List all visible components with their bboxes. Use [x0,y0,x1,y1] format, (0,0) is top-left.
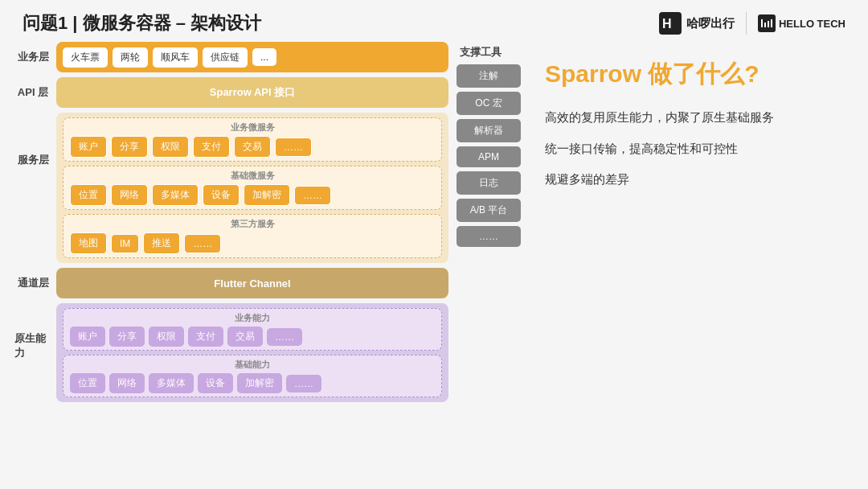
native-layer-content: 业务能力 账户 分享 权限 支付 交易 …… 基础能力 [56,303,448,402]
tool-btn-6[interactable]: …… [457,226,521,247]
svc-third-chip-1: IM [111,234,139,253]
native-base-chips: 位置 网络 多媒体 设备 加解密 …… [70,373,435,393]
nat-base-chip-5: …… [286,375,321,392]
svc-base-chip-4: 加解密 [244,184,290,206]
channel-layer-row: 通道层 Flutter Channel [14,268,448,298]
biz-chip-2: 顺风车 [153,47,198,68]
svg-rect-6 [771,19,772,27]
logo-hello: HELLO TECH [758,14,845,32]
biz-layer-content: 火车票 两轮 顺风车 供应链 ... [56,42,448,72]
tools-panel: 支撑工具 注解 OC 宏 解析器 APM 日志 A/B 平台 …… [457,42,521,481]
biz-chip-3: 供应链 [203,47,248,68]
header: 问题1 | 微服务容器 – 架构设计 H 哈啰出行 HELL [0,0,868,42]
info-panel: Sparrow 做了什么? 高效的复用原生能力，内聚了原生基础服务 统一接口传输… [529,42,854,481]
api-layer-content: Sparrow API 接口 [56,77,448,108]
biz-chip-1: 两轮 [113,47,148,68]
svc-third-chip-0: 地图 [70,232,107,254]
slide: 问题1 | 微服务容器 – 架构设计 H 哈啰出行 HELL [0,0,868,489]
tool-btn-1[interactable]: OC 宏 [457,92,521,115]
biz-chip-0: 火车票 [63,47,108,68]
service-layer-label: 服务层 [14,113,51,167]
nat-biz-chip-1: 分享 [109,327,145,347]
logo-area: H 哈啰出行 HELLO TECH [659,12,845,35]
tool-btn-0[interactable]: 注解 [457,64,521,88]
service-base-chips: 位置 网络 多媒体 设备 加解密 …… [70,184,435,206]
service-layer-row: 服务层 业务微服务 账户 分享 权限 支付 交易 …… [14,113,448,263]
nat-biz-chip-0: 账户 [70,327,105,347]
svg-rect-4 [764,23,766,27]
info-point-0: 高效的复用原生能力，内聚了原生基础服务 [545,109,845,127]
nat-base-chip-1: 网络 [109,373,145,393]
tool-btn-5[interactable]: A/B 平台 [457,199,521,222]
svg-rect-2 [758,14,776,32]
svc-base-chip-1: 网络 [111,184,148,206]
haro-logo-icon: H [659,12,682,35]
page-title: 问题1 | 微服务容器 – 架构设计 [23,11,261,35]
service-biz-box: 业务微服务 账户 分享 权限 支付 交易 …… [63,117,442,162]
native-biz-chips: 账户 分享 权限 支付 交易 …… [70,327,435,347]
nat-biz-chip-4: 交易 [227,327,263,347]
native-biz-title: 业务能力 [70,312,435,324]
service-base-box: 基础微服务 位置 网络 多媒体 设备 加解密 …… [63,166,442,210]
svc-third-chip-3: …… [184,234,221,253]
channel-layer-label: 通道层 [14,268,51,298]
svc-biz-chip-3: 支付 [193,136,230,158]
info-title: Sparrow 做了什么? [545,58,845,91]
channel-layer-content: Flutter Channel [56,268,448,298]
channel-content-text: Flutter Channel [214,277,290,290]
tool-btn-4[interactable]: 日志 [457,171,521,195]
svc-biz-chip-2: 权限 [152,136,189,158]
api-layer-label: API 层 [14,77,51,108]
nat-base-chip-4: 加解密 [237,373,282,393]
svg-rect-5 [768,21,769,27]
svc-base-chip-0: 位置 [70,184,107,206]
service-biz-title: 业务微服务 [70,121,435,134]
native-layer-label: 原生能力 [14,303,51,360]
svc-biz-chip-5: …… [275,138,312,157]
nat-base-chip-3: 设备 [198,373,233,393]
nat-base-chip-2: 多媒体 [149,373,194,393]
main-content: 业务层 火车票 两轮 顺风车 供应链 ... API 层 Sparrow API… [0,42,868,489]
arch-diagram: 业务层 火车票 两轮 顺风车 供应链 ... API 层 Sparrow API… [14,42,448,481]
api-layer-row: API 层 Sparrow API 接口 [14,77,448,108]
nat-biz-chip-2: 权限 [149,327,184,347]
svg-text:H: H [662,17,672,31]
nat-base-chip-0: 位置 [70,373,105,393]
logo-divider [746,12,747,35]
logo-haro: H 哈啰出行 [659,12,735,35]
svc-base-chip-2: 多媒体 [152,184,199,206]
nat-biz-chip-5: …… [267,328,302,346]
info-point-1: 统一接口传输，提高稳定性和可控性 [545,140,845,158]
svc-biz-chip-4: 交易 [234,136,271,158]
biz-layer-label: 业务层 [14,42,51,72]
service-third-chips: 地图 IM 推送 …… [70,232,435,254]
svg-rect-3 [761,19,763,27]
hello-logo-icon [758,14,776,32]
svc-biz-chip-1: 分享 [111,136,148,158]
native-biz-box: 业务能力 账户 分享 权限 支付 交易 …… [63,308,442,351]
tool-btn-2[interactable]: 解析器 [457,119,521,142]
svc-base-chip-5: …… [294,186,331,205]
nat-biz-chip-3: 支付 [188,327,223,347]
svc-base-chip-3: 设备 [203,184,240,206]
service-base-title: 基础微服务 [70,170,435,182]
native-base-title: 基础能力 [70,359,435,371]
service-biz-chips: 账户 分享 权限 支付 交易 …… [70,136,435,158]
native-layer-row: 原生能力 业务能力 账户 分享 权限 支付 交易 …… [14,303,448,402]
service-third-box: 第三方服务 地图 IM 推送 …… [63,214,442,258]
tools-title: 支撑工具 [457,42,521,64]
service-layer-content: 业务微服务 账户 分享 权限 支付 交易 …… 基础微服务 [56,113,448,263]
service-third-title: 第三方服务 [70,218,435,230]
info-point-2: 规避多端的差异 [545,171,845,189]
biz-layer-row: 业务层 火车票 两轮 顺风车 供应链 ... [14,42,448,72]
svc-third-chip-2: 推送 [143,232,180,254]
api-content-text: Sparrow API 接口 [210,85,295,100]
native-base-box: 基础能力 位置 网络 多媒体 设备 加解密 …… [63,355,442,397]
tool-btn-3[interactable]: APM [457,146,521,167]
biz-chip-4: ... [252,48,276,66]
svc-biz-chip-0: 账户 [70,136,107,158]
